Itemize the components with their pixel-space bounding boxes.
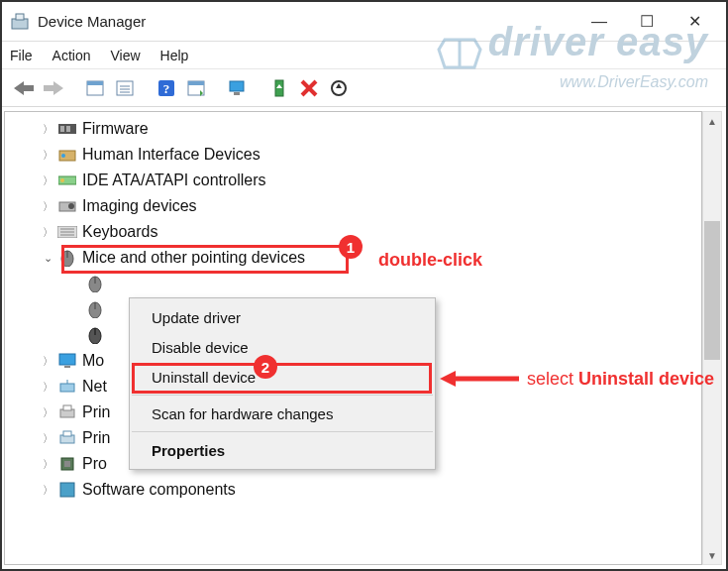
- mouse-icon: [84, 326, 106, 344]
- annotation-text-2: select Uninstall device: [527, 369, 714, 390]
- svg-text:?: ?: [163, 81, 170, 96]
- expand-icon[interactable]: 〉: [39, 483, 56, 498]
- scroll-down-icon[interactable]: ▼: [703, 546, 721, 564]
- ctx-update-driver[interactable]: Update driver: [130, 302, 435, 332]
- svg-marker-56: [440, 371, 456, 387]
- uninstall-icon[interactable]: [295, 74, 323, 102]
- expand-icon[interactable]: 〉: [39, 354, 56, 369]
- svg-rect-6: [117, 81, 133, 95]
- expand-icon[interactable]: 〉: [39, 173, 56, 188]
- toolbar: ?: [2, 69, 726, 107]
- enable-icon[interactable]: [265, 74, 293, 102]
- scroll-thumb[interactable]: [704, 221, 720, 360]
- mouse-icon: [56, 249, 78, 267]
- annotation-text-1: double-click: [378, 250, 482, 271]
- menu-bar: File Action View Help: [2, 42, 726, 69]
- maximize-button[interactable]: ☐: [623, 2, 671, 42]
- network-icon: [56, 378, 78, 396]
- menu-action[interactable]: Action: [52, 48, 91, 63]
- printer-icon: [56, 403, 78, 421]
- context-menu: Update driver Disable device Uninstall d…: [129, 297, 436, 470]
- ctx-scan-hardware[interactable]: Scan for hardware changes: [130, 399, 435, 428]
- close-button[interactable]: ✕: [671, 2, 718, 42]
- svg-rect-16: [234, 92, 240, 95]
- svg-rect-15: [230, 81, 244, 91]
- window-title: Device Manager: [38, 13, 146, 30]
- svg-point-31: [68, 203, 74, 209]
- tree-item-firmware[interactable]: 〉 Firmware: [11, 116, 695, 142]
- expand-icon[interactable]: 〉: [39, 225, 56, 240]
- svg-rect-46: [60, 384, 74, 392]
- menu-file[interactable]: File: [10, 48, 33, 63]
- svg-marker-2: [14, 81, 34, 95]
- tree-item-software-components[interactable]: 〉 Software components: [11, 477, 695, 503]
- annotation-arrow: [440, 369, 519, 389]
- svg-rect-13: [188, 81, 204, 85]
- ctx-properties[interactable]: Properties: [130, 435, 435, 465]
- tree-item-hid[interactable]: 〉 Human Interface Devices: [11, 142, 695, 168]
- expand-icon[interactable]: 〉: [39, 199, 56, 214]
- forward-button[interactable]: [40, 74, 67, 102]
- svg-point-29: [60, 178, 64, 182]
- expand-icon[interactable]: 〉: [39, 148, 56, 163]
- scan-icon[interactable]: [325, 74, 353, 102]
- svg-marker-3: [44, 81, 63, 95]
- svg-rect-44: [59, 354, 75, 365]
- svg-rect-24: [60, 126, 64, 132]
- toolbar-icon-b[interactable]: [111, 74, 139, 102]
- printer-icon: [56, 429, 78, 447]
- update-icon[interactable]: [224, 74, 252, 102]
- keyboard-icon: [56, 223, 78, 241]
- svg-rect-1: [16, 14, 24, 20]
- title-bar: Device Manager — ☐ ✕: [2, 2, 726, 42]
- annotation-badge-1: 1: [339, 235, 363, 259]
- svg-rect-53: [64, 461, 70, 467]
- svg-rect-45: [64, 366, 70, 368]
- minimize-button[interactable]: —: [575, 2, 623, 42]
- annotation-badge-2: 2: [254, 355, 277, 379]
- tree-item-ide[interactable]: 〉 IDE ATA/ATAPI controllers: [11, 168, 695, 193]
- firmware-icon: [56, 120, 78, 138]
- collapse-icon[interactable]: ⌄: [39, 252, 56, 265]
- tree-item-mouse-child[interactable]: [11, 271, 695, 296]
- ctx-disable-device[interactable]: Disable device: [130, 332, 435, 362]
- mouse-icon: [84, 275, 106, 292]
- scroll-up-icon[interactable]: ▲: [703, 112, 721, 130]
- expand-icon[interactable]: 〉: [39, 431, 56, 446]
- expand-icon[interactable]: 〉: [39, 380, 56, 395]
- help-icon[interactable]: ?: [153, 74, 180, 102]
- svg-point-27: [61, 154, 65, 158]
- svg-rect-5: [87, 81, 103, 85]
- ctx-separator: [132, 431, 433, 432]
- toolbar-icon-a[interactable]: [81, 74, 109, 102]
- svg-rect-49: [63, 405, 71, 410]
- ctx-separator: [132, 395, 433, 396]
- svg-rect-51: [63, 431, 71, 436]
- svg-rect-25: [66, 126, 70, 132]
- svg-marker-22: [336, 83, 342, 88]
- hid-icon: [56, 146, 78, 164]
- menu-help[interactable]: Help: [160, 48, 189, 63]
- mouse-icon: [84, 300, 106, 318]
- imaging-icon: [56, 197, 78, 215]
- properties-icon[interactable]: [182, 74, 210, 102]
- svg-rect-54: [60, 483, 74, 497]
- ctx-uninstall-device[interactable]: Uninstall device: [130, 362, 435, 392]
- menu-view[interactable]: View: [110, 48, 140, 63]
- tree-item-imaging[interactable]: 〉 Imaging devices: [11, 193, 695, 219]
- back-button[interactable]: [10, 74, 38, 102]
- vertical-scrollbar[interactable]: ▲ ▼: [702, 111, 722, 565]
- expand-icon[interactable]: 〉: [39, 457, 56, 472]
- processor-icon: [56, 455, 78, 473]
- ide-icon: [56, 171, 78, 189]
- expand-icon[interactable]: 〉: [39, 122, 56, 137]
- expand-icon[interactable]: 〉: [39, 405, 56, 420]
- monitor-icon: [56, 352, 78, 370]
- app-icon: [10, 12, 30, 32]
- software-icon: [56, 481, 78, 499]
